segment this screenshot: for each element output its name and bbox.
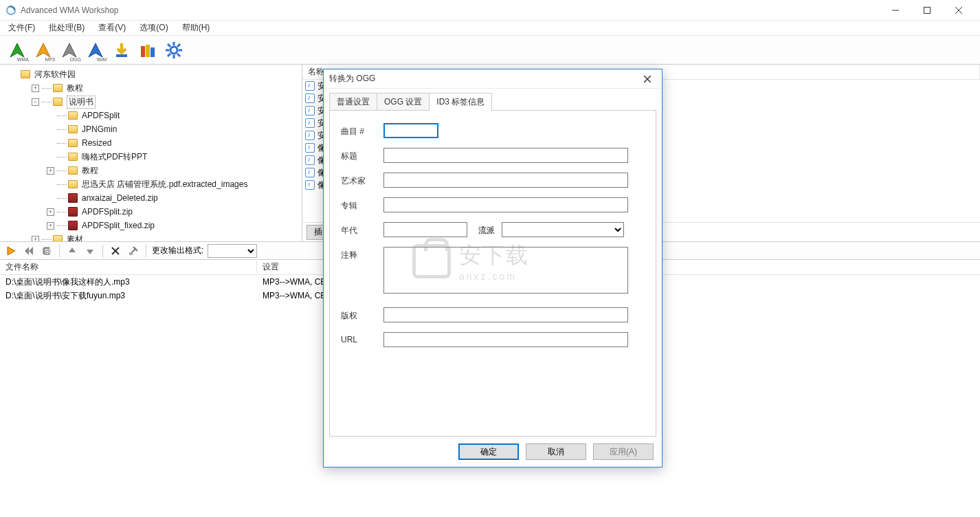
output-format-label: 更改输出格式: bbox=[152, 245, 203, 256]
col-settings[interactable]: 设置 bbox=[257, 261, 285, 273]
tree-label: JPNGmin bbox=[82, 124, 117, 134]
artist-input[interactable] bbox=[383, 173, 628, 188]
expand-toggle[interactable]: + bbox=[32, 236, 39, 242]
folder-tree[interactable]: 河东软件园 +教程−说明书APDFSplitJPNGminResized嗨格式P… bbox=[0, 65, 302, 241]
menu-view[interactable]: 查看(V) bbox=[93, 21, 131, 35]
dialog-titlebar[interactable]: 转换为 OGG bbox=[324, 69, 662, 89]
copyright-input[interactable] bbox=[383, 307, 628, 322]
tree-item[interactable]: +教程 bbox=[3, 164, 299, 177]
menu-batch[interactable]: 批处理(B) bbox=[43, 21, 90, 35]
main-toolbar: WMA MP3 OGG WAV bbox=[0, 36, 980, 65]
svg-rect-5 bbox=[116, 54, 127, 57]
title-label: 标题 bbox=[341, 148, 383, 162]
menu-file[interactable]: 文件(F) bbox=[3, 21, 41, 35]
tree-item[interactable]: 嗨格式PDF转PPT bbox=[3, 150, 299, 164]
close-button[interactable] bbox=[943, 0, 975, 21]
album-input[interactable] bbox=[383, 197, 628, 212]
svg-rect-22 bbox=[129, 252, 133, 255]
year-label: 年代 bbox=[341, 222, 383, 236]
col-filename[interactable]: 文件名称 bbox=[0, 261, 257, 273]
expand-toggle[interactable]: + bbox=[47, 208, 54, 216]
maximize-button[interactable] bbox=[911, 0, 943, 21]
settings-icon[interactable] bbox=[162, 38, 186, 62]
tree-item[interactable]: Resized bbox=[3, 136, 299, 150]
clear-icon[interactable] bbox=[126, 244, 140, 258]
folder-icon bbox=[68, 111, 78, 120]
cancel-button[interactable]: 取消 bbox=[526, 443, 586, 460]
tree-label: APDFSplit.zip bbox=[82, 207, 133, 217]
dialog-buttons: 确定 取消 应用(A) bbox=[324, 437, 662, 467]
tree-item[interactable]: +APDFSplit.zip bbox=[3, 205, 299, 219]
tree-label: 思迅天店 店铺管理系统.pdf.extracted_images bbox=[82, 179, 247, 190]
convert-ogg-icon[interactable]: OGG bbox=[58, 38, 81, 62]
tree-item[interactable]: −说明书 bbox=[3, 95, 299, 109]
svg-line-17 bbox=[168, 54, 170, 56]
url-label: URL bbox=[341, 332, 383, 344]
download-icon[interactable] bbox=[110, 38, 133, 62]
folder-icon bbox=[53, 235, 63, 241]
audio-icon bbox=[305, 94, 315, 103]
tree-item[interactable]: JPNGmin bbox=[3, 122, 299, 136]
convert-wav-icon[interactable]: WAV bbox=[84, 38, 107, 62]
url-input[interactable] bbox=[383, 332, 628, 347]
menu-options[interactable]: 选项(O) bbox=[134, 21, 173, 35]
tree-item[interactable]: 思迅天店 店铺管理系统.pdf.extracted_images bbox=[3, 177, 299, 191]
play-icon[interactable] bbox=[4, 244, 18, 258]
folder-icon bbox=[68, 166, 78, 175]
tab-ogg[interactable]: OGG 设置 bbox=[377, 93, 430, 111]
stop-icon[interactable]: stop bbox=[40, 244, 54, 258]
svg-rect-7 bbox=[146, 45, 150, 57]
tree-label: 说明书 bbox=[67, 96, 96, 109]
tree-item[interactable]: anxaizai_Deleted.zip bbox=[3, 191, 299, 205]
audio-icon bbox=[305, 143, 315, 153]
down-icon[interactable] bbox=[83, 244, 97, 258]
output-format-select[interactable] bbox=[208, 244, 257, 258]
tab-general[interactable]: 普通设置 bbox=[329, 93, 377, 111]
dialog-close-button[interactable] bbox=[638, 70, 656, 88]
audio-icon bbox=[305, 106, 315, 116]
tab-id3[interactable]: ID3 标签信息 bbox=[429, 93, 492, 111]
audio-icon bbox=[305, 168, 315, 177]
svg-line-16 bbox=[177, 44, 180, 47]
expand-toggle[interactable]: + bbox=[32, 85, 39, 92]
dialog-title: 转换为 OGG bbox=[329, 73, 638, 85]
tree-item[interactable]: +APDFSplit_fixed.zip bbox=[3, 219, 299, 232]
skip-icon[interactable] bbox=[22, 244, 36, 258]
comment-textarea[interactable] bbox=[383, 247, 628, 294]
zip-icon bbox=[68, 221, 78, 230]
delete-icon[interactable] bbox=[109, 244, 122, 258]
tree-label: 嗨格式PDF转PPT bbox=[82, 151, 147, 163]
ok-button[interactable]: 确定 bbox=[458, 443, 519, 460]
tree-label: APDFSplit bbox=[82, 111, 120, 120]
tree-item[interactable]: +教程 bbox=[3, 81, 299, 95]
up-icon[interactable] bbox=[65, 244, 79, 258]
convert-mp3-icon[interactable]: MP3 bbox=[32, 38, 55, 62]
tree-label: anxaizai_Deleted.zip bbox=[82, 193, 158, 203]
folder-icon bbox=[21, 70, 30, 78]
audio-icon bbox=[305, 131, 315, 140]
tree-item[interactable]: APDFSplit bbox=[3, 109, 299, 122]
tree-root[interactable]: 河东软件园 bbox=[34, 69, 76, 80]
expand-toggle[interactable]: − bbox=[32, 98, 39, 106]
convert-wma-icon[interactable]: WMA bbox=[5, 38, 29, 62]
genre-select[interactable] bbox=[502, 222, 624, 237]
expand-toggle[interactable]: + bbox=[47, 167, 54, 175]
apply-button[interactable]: 应用(A) bbox=[593, 443, 654, 460]
expand-toggle[interactable]: + bbox=[47, 222, 54, 230]
tree-label: Resized bbox=[82, 138, 111, 148]
tree-label: 教程 bbox=[82, 165, 98, 177]
menu-help[interactable]: 帮助(H) bbox=[177, 21, 216, 35]
tree-item[interactable]: +素材 bbox=[3, 232, 299, 241]
library-icon[interactable] bbox=[136, 38, 159, 62]
year-input[interactable] bbox=[383, 222, 467, 237]
queue-file: D:\桌面\说明书\安下载fuyun.mp3 bbox=[0, 290, 257, 302]
track-input[interactable] bbox=[383, 123, 438, 138]
svg-rect-8 bbox=[151, 47, 155, 57]
audio-icon bbox=[305, 118, 315, 128]
svg-rect-2 bbox=[924, 7, 931, 13]
app-icon bbox=[5, 5, 16, 16]
title-input[interactable] bbox=[383, 148, 628, 163]
audio-icon bbox=[305, 81, 315, 91]
minimize-button[interactable] bbox=[880, 0, 911, 21]
album-label: 专辑 bbox=[341, 197, 383, 212]
